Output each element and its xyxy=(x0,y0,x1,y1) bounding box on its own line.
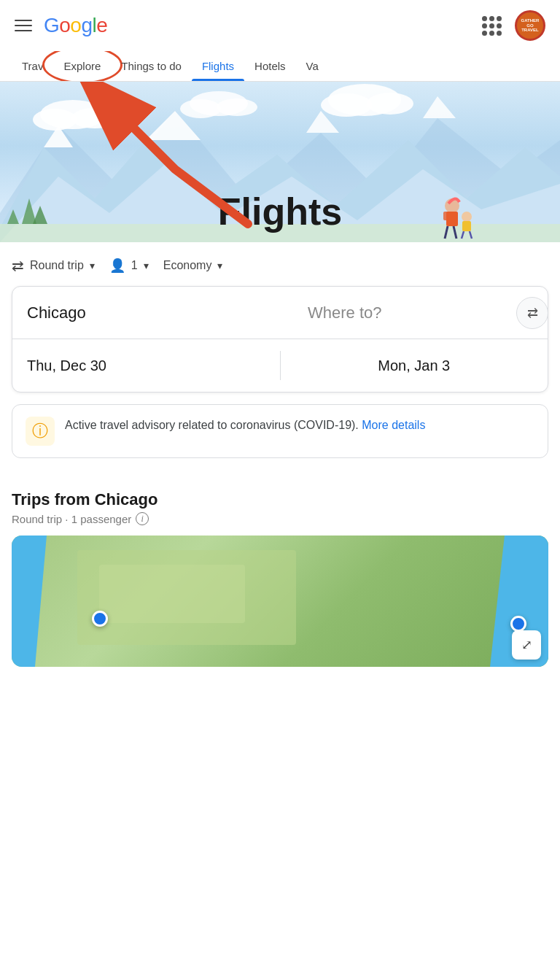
header-left: Google xyxy=(15,14,107,37)
destination-field[interactable]: Where to? xyxy=(267,290,548,336)
svg-marker-6 xyxy=(423,96,456,118)
trip-type-dropdown-icon: ▾ xyxy=(90,260,95,271)
apps-grid-icon[interactable] xyxy=(482,16,502,36)
svg-point-27 xyxy=(321,93,372,117)
origin-destination-row: Chicago ⇄ Where to? xyxy=(12,287,548,339)
return-date-field[interactable]: Mon, Jan 3 xyxy=(281,344,548,387)
map-dot-chicago xyxy=(92,611,108,627)
date-row: Thu, Dec 30 Mon, Jan 3 xyxy=(12,339,548,392)
logo-o2: o xyxy=(70,14,81,36)
avatar[interactable]: GATHERGOTRAVEL xyxy=(515,10,545,41)
cabin-class-dropdown-icon: ▾ xyxy=(217,260,222,271)
round-trip-icon: ⇄ xyxy=(12,257,24,274)
svg-rect-17 xyxy=(462,221,471,231)
google-logo: Google xyxy=(44,14,107,37)
cabin-class-selector[interactable]: Economy ▾ xyxy=(163,259,223,272)
tab-explore[interactable]: Explore xyxy=(53,51,111,81)
svg-point-28 xyxy=(367,93,413,115)
origin-field[interactable]: Chicago xyxy=(12,290,267,336)
search-section: ⇄ Round trip ▾ 👤 1 ▾ Economy ▾ Chicago ⇄… xyxy=(0,242,560,484)
swap-button[interactable]: ⇄ xyxy=(516,297,548,329)
advisory-info-icon: ⓘ xyxy=(32,420,48,442)
tab-things-to-do[interactable]: Things to do xyxy=(111,51,192,81)
avatar-inner: GATHERGOTRAVEL xyxy=(517,12,543,39)
logo-e: e xyxy=(96,14,107,36)
travel-advisory: ⓘ Active travel advisory related to coro… xyxy=(12,404,548,458)
advisory-message: Active travel advisory related to corona… xyxy=(65,419,359,431)
trips-info-icon[interactable]: i xyxy=(136,512,149,525)
tab-travel[interactable]: Trav xyxy=(12,51,53,81)
advisory-more-details-link[interactable]: More details xyxy=(362,419,425,431)
passengers-label: 1 xyxy=(131,259,138,272)
flight-search-box: Chicago ⇄ Where to? Thu, Dec 30 Mon, Jan… xyxy=(12,286,548,393)
tab-hotels[interactable]: Hotels xyxy=(244,51,296,81)
trip-options: ⇄ Round trip ▾ 👤 1 ▾ Economy ▾ xyxy=(12,257,548,274)
advisory-text: Active travel advisory related to corona… xyxy=(65,417,425,434)
header-right: GATHERGOTRAVEL xyxy=(482,10,545,41)
header: Google GATHERGOTRAVEL xyxy=(0,0,560,51)
tab-vacations[interactable]: Va xyxy=(296,51,329,81)
logo-g: G xyxy=(44,14,59,36)
hero-section: Flights xyxy=(0,82,560,242)
trips-subtitle-text: Round trip · 1 passenger xyxy=(12,513,131,525)
logo-o1: o xyxy=(59,14,70,36)
advisory-icon-wrap: ⓘ xyxy=(26,417,55,446)
svg-rect-13 xyxy=(443,212,449,220)
logo-g2: g xyxy=(81,14,92,36)
departure-date-field[interactable]: Thu, Dec 30 xyxy=(12,344,280,387)
trips-title: Trips from Chicago xyxy=(12,490,548,509)
svg-point-21 xyxy=(33,109,77,131)
passengers-selector[interactable]: 👤 1 ▾ xyxy=(109,258,149,274)
cabin-class-label: Economy xyxy=(163,259,212,272)
hamburger-menu[interactable] xyxy=(15,20,32,31)
svg-point-25 xyxy=(217,98,257,116)
map-background xyxy=(12,536,548,667)
svg-point-22 xyxy=(71,108,118,128)
trip-type-selector[interactable]: ⇄ Round trip ▾ xyxy=(12,257,95,274)
tab-explore-label: Explore xyxy=(63,60,101,72)
passenger-icon: 👤 xyxy=(109,258,125,274)
map-dot-destination xyxy=(510,616,526,632)
map-container: ⤢ xyxy=(12,536,548,667)
trip-type-label: Round trip xyxy=(30,259,84,272)
trips-subtitle: Round trip · 1 passenger i xyxy=(12,512,548,525)
hero-title: Flights xyxy=(218,190,342,233)
tab-flights[interactable]: Flights xyxy=(192,51,244,81)
svg-point-24 xyxy=(180,99,221,118)
trips-section: Trips from Chicago Round trip · 1 passen… xyxy=(0,484,560,525)
nav-tabs: Trav Explore Things to do Flights Hotels… xyxy=(0,51,560,82)
svg-point-16 xyxy=(462,212,472,222)
map-water-west xyxy=(12,536,70,667)
passengers-dropdown-icon: ▾ xyxy=(144,260,149,271)
map-expand-button[interactable]: ⤢ xyxy=(512,630,541,660)
